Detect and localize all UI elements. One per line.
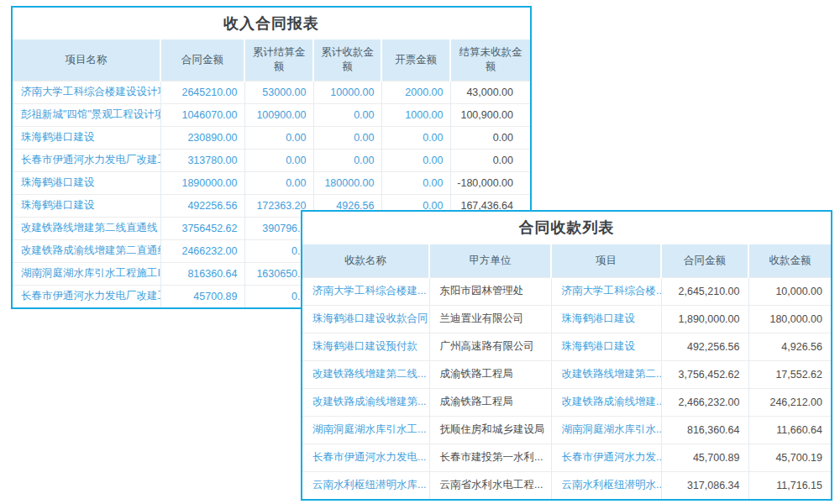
party-a-unit-cell: 成渝铁路工程局 [429, 388, 551, 416]
unreceived-amount-cell: 0.00 [450, 149, 530, 171]
project-link[interactable]: 珠海鹤港口建设 [551, 333, 661, 360]
receipt-amount-cell: 246,212.00 [748, 388, 831, 416]
project-name-link[interactable]: 珠海鹤港口建设 [13, 194, 160, 217]
contract-amount-cell[interactable]: 2645210.00 [160, 81, 244, 103]
receipt-name-link[interactable]: 长春市伊通河水力发电... [302, 444, 429, 471]
invoiced-amount-cell[interactable]: 1000.00 [381, 103, 450, 126]
settled-amount-cell[interactable]: 0.00 [244, 126, 313, 149]
receipt-amount-cell: 11,716.15 [748, 471, 831, 499]
project-name-link[interactable]: 珠海鹤港口建设 [13, 126, 160, 149]
contract-amount-cell[interactable]: 1890000.00 [160, 171, 244, 194]
contract-amount-cell[interactable]: 816360.64 [160, 262, 244, 285]
column-header: 开票金额 [381, 39, 450, 81]
receipt-list-table: 收款名称甲方单位项目合同金额收款金额 济南大学工科综合楼建...东阳市园林管理处… [302, 244, 831, 499]
contract-amount-cell[interactable]: 492256.56 [160, 194, 244, 217]
project-link[interactable]: 济南大学工科综合楼... [551, 277, 661, 305]
invoiced-amount-cell[interactable]: 0.00 [381, 171, 450, 194]
settled-amount-cell[interactable]: 0.00 [244, 171, 313, 194]
project-name-link[interactable]: 彭祖新城"四馆"景观工程设计项目 [13, 103, 160, 126]
project-link[interactable]: 云南水利枢纽潜明水... [551, 471, 661, 499]
receipt-name-link[interactable]: 湖南洞庭湖水库引水工... [302, 416, 429, 444]
table-row: 湖南洞庭湖水库引水工...抚顺住房和城乡建设局湖南洞庭湖水库引水...816,3… [302, 416, 831, 444]
contract-amount-cell[interactable]: 45700.89 [160, 285, 244, 307]
received-amount-cell[interactable]: 10000.00 [313, 81, 381, 103]
project-name-link[interactable]: 珠海鹤港口建设 [13, 171, 160, 194]
project-name-link[interactable]: 改建铁路线增建第二线直通线 [13, 217, 160, 239]
column-header: 结算未收款金额 [450, 39, 530, 81]
project-link[interactable]: 改建铁路成渝线增建... [551, 388, 661, 416]
table-title: 合同收款列表 [302, 212, 831, 244]
settled-amount-cell[interactable]: 53000.00 [244, 81, 313, 103]
project-link[interactable]: 珠海鹤港口建设 [551, 305, 661, 333]
received-amount-cell[interactable]: 0.00 [313, 126, 381, 149]
receipt-name-link[interactable]: 改建铁路线增建第二线... [302, 360, 429, 388]
column-header: 合同金额 [160, 39, 244, 81]
contract-amount-cell[interactable]: 1046070.00 [160, 103, 244, 126]
project-name-link[interactable]: 长春市伊通河水力发电厂改建工程 [13, 285, 160, 307]
table-header-row: 收款名称甲方单位项目合同金额收款金额 [302, 244, 831, 277]
table-row: 珠海鹤港口建设预付款广州高速路有限公司珠海鹤港口建设492,256.564,92… [302, 333, 831, 360]
table-row: 长春市伊通河水力发电厂改建工程313780.000.000.000.000.00 [13, 149, 530, 171]
column-header: 甲方单位 [429, 244, 551, 277]
party-a-unit-cell: 云南省水利水电工程... [429, 471, 551, 499]
receipt-name-link[interactable]: 改建铁路成渝线增建第... [302, 388, 429, 416]
column-header: 累计收款金额 [313, 39, 381, 81]
contract-amount-cell[interactable]: 313780.00 [160, 149, 244, 171]
contract-receipt-list-card: 合同收款列表 收款名称甲方单位项目合同金额收款金额 济南大学工科综合楼建...东… [301, 210, 832, 501]
column-header: 收款金额 [748, 244, 831, 277]
project-link[interactable]: 改建铁路线增建第二... [551, 360, 661, 388]
receipt-name-link[interactable]: 珠海鹤港口建设预付款 [302, 333, 429, 360]
party-a-unit-cell: 长春市建投第一水利... [429, 444, 551, 471]
receipt-name-link[interactable]: 济南大学工科综合楼建... [302, 277, 429, 305]
party-a-unit-cell: 兰迪置业有限公司 [429, 305, 551, 333]
column-header: 收款名称 [302, 244, 429, 277]
column-header: 项目 [551, 244, 661, 277]
project-name-link[interactable]: 湖南洞庭湖水库引水工程施工I标 [13, 262, 160, 285]
contract-amount-cell: 2,645,210.00 [661, 277, 748, 305]
receipt-name-link[interactable]: 珠海鹤港口建设收款合同 [302, 305, 429, 333]
received-amount-cell[interactable]: 0.00 [313, 149, 381, 171]
receipt-amount-cell: 180,000.00 [748, 305, 831, 333]
table-row: 彭祖新城"四馆"景观工程设计项目1046070.00100900.000.001… [13, 103, 530, 126]
invoiced-amount-cell[interactable]: 0.00 [381, 126, 450, 149]
receipt-amount-cell: 4,926.56 [748, 333, 831, 360]
receipt-name-link[interactable]: 云南水利枢纽潜明水库... [302, 471, 429, 499]
unreceived-amount-cell: 43,000.00 [450, 81, 530, 103]
receipt-amount-cell: 10,000.00 [748, 277, 831, 305]
project-name-link[interactable]: 改建铁路成渝线增建第二直通线 [13, 239, 160, 262]
settled-amount-cell[interactable]: 100900.00 [244, 103, 313, 126]
invoiced-amount-cell[interactable]: 0.00 [381, 149, 450, 171]
unreceived-amount-cell: 100,900.00 [450, 103, 530, 126]
party-a-unit-cell: 广州高速路有限公司 [429, 333, 551, 360]
table-title: 收入合同报表 [13, 8, 530, 39]
contract-amount-cell: 45,700.89 [661, 444, 748, 471]
column-header: 合同金额 [661, 244, 748, 277]
invoiced-amount-cell[interactable]: 2000.00 [381, 81, 450, 103]
contract-amount-cell[interactable]: 2466232.00 [160, 239, 244, 262]
party-a-unit-cell: 成渝铁路工程局 [429, 360, 551, 388]
contract-amount-cell: 2,466,232.00 [661, 388, 748, 416]
table-row: 云南水利枢纽潜明水库...云南省水利水电工程...云南水利枢纽潜明水...317… [302, 471, 831, 499]
project-link[interactable]: 长春市伊通河水力发... [551, 444, 661, 471]
table-row: 改建铁路成渝线增建第...成渝铁路工程局改建铁路成渝线增建...2,466,23… [302, 388, 831, 416]
project-name-link[interactable]: 长春市伊通河水力发电厂改建工程 [13, 149, 160, 171]
party-a-unit-cell: 抚顺住房和城乡建设局 [429, 416, 551, 444]
table-row: 珠海鹤港口建设收款合同兰迪置业有限公司珠海鹤港口建设1,890,000.0018… [302, 305, 831, 333]
column-header: 累计结算金额 [244, 39, 313, 81]
table-header-row: 项目名称合同金额累计结算金额累计收款金额开票金额结算未收款金额 [13, 39, 530, 81]
received-amount-cell[interactable]: 180000.00 [313, 171, 381, 194]
contract-amount-cell: 1,890,000.00 [661, 305, 748, 333]
contract-amount-cell[interactable]: 230890.00 [160, 126, 244, 149]
contract-amount-cell: 816,360.64 [661, 416, 748, 444]
project-link[interactable]: 湖南洞庭湖水库引水... [551, 416, 661, 444]
column-header: 项目名称 [13, 39, 160, 81]
table-row: 珠海鹤港口建设1890000.000.00180000.000.00-180,0… [13, 171, 530, 194]
contract-amount-cell[interactable]: 3756452.62 [160, 217, 244, 239]
settled-amount-cell[interactable]: 0.00 [244, 149, 313, 171]
table-row: 珠海鹤港口建设230890.000.000.000.000.00 [13, 126, 530, 149]
received-amount-cell[interactable]: 0.00 [313, 103, 381, 126]
project-name-link[interactable]: 济南大学工科综合楼建设设计项目 [13, 81, 160, 103]
receipt-amount-cell: 11,660.64 [748, 416, 831, 444]
table-row: 长春市伊通河水力发电...长春市建投第一水利...长春市伊通河水力发...45,… [302, 444, 831, 471]
table-row: 济南大学工科综合楼建...东阳市园林管理处济南大学工科综合楼...2,645,2… [302, 277, 831, 305]
